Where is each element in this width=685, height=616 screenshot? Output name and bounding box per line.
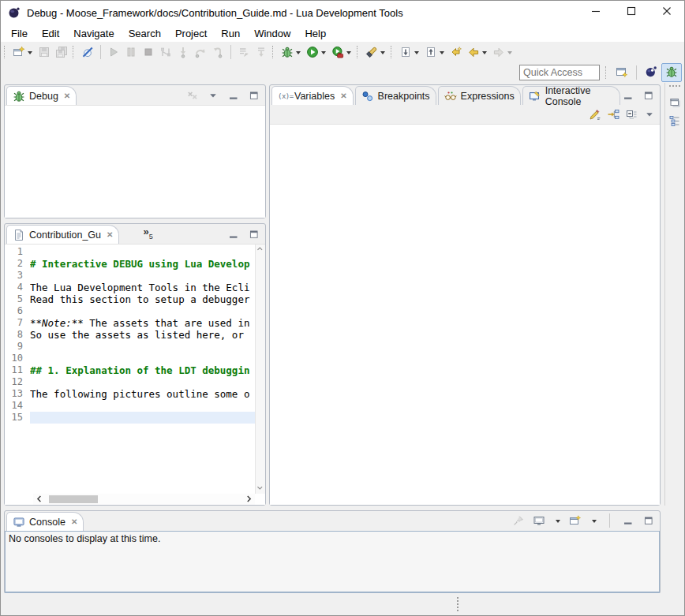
- close-tab-icon[interactable]: ✕: [107, 230, 113, 239]
- back-icon: [467, 46, 480, 58]
- use-step-filters-button[interactable]: [235, 43, 253, 62]
- debug-icon: [281, 46, 294, 58]
- tab-debug[interactable]: Debug✕: [6, 86, 77, 105]
- debug-perspective-button[interactable]: [661, 63, 682, 82]
- dropdown-arrow-icon: [414, 51, 419, 57]
- close-tab-icon[interactable]: ✕: [64, 91, 70, 100]
- scroll-up-icon[interactable]: [256, 245, 265, 255]
- debug-button[interactable]: [279, 43, 304, 62]
- toolbar-separator: [357, 46, 361, 58]
- step-return-button[interactable]: [209, 43, 226, 62]
- step-into-button[interactable]: [174, 43, 192, 62]
- tab-breakpoints[interactable]: Breakpoints: [355, 86, 436, 105]
- run-external-tools-button[interactable]: [329, 43, 354, 62]
- search-button[interactable]: [363, 43, 388, 62]
- code-text: [30, 305, 255, 317]
- menu-file[interactable]: File: [4, 26, 35, 41]
- remove-all-terminated-button[interactable]: [186, 89, 199, 102]
- forward-button[interactable]: [490, 43, 515, 62]
- terminate-button[interactable]: [140, 43, 157, 62]
- menu-navigate[interactable]: Navigate: [66, 26, 121, 41]
- menu-window[interactable]: Window: [247, 26, 298, 41]
- menu-run[interactable]: Run: [214, 26, 247, 41]
- console-message: No consoles to display at this time.: [6, 532, 659, 546]
- toolbar-separator: [73, 46, 77, 58]
- show-logical-structures-button[interactable]: [607, 108, 619, 121]
- line-number: 9: [5, 341, 30, 353]
- scroll-down-icon[interactable]: [256, 483, 265, 494]
- menu-search[interactable]: Search: [122, 26, 168, 41]
- window-title: Debug - Moose_Framework/docs/Contributio…: [27, 7, 403, 19]
- close-tab-icon[interactable]: ✕: [340, 91, 346, 100]
- editor-tab-overflow[interactable]: »5: [143, 228, 152, 241]
- status-bar: [1, 593, 684, 615]
- show-type-names-button[interactable]: [589, 108, 601, 121]
- menu-help[interactable]: Help: [298, 26, 333, 41]
- menu-edit[interactable]: Edit: [35, 26, 66, 41]
- editor-panel: Contribution_Gu✕»5 12# Interactive DEBUG…: [4, 223, 266, 506]
- open-console-button[interactable]: [569, 514, 582, 527]
- horizontal-scroll-thumb[interactable]: [49, 495, 98, 503]
- view-menu-button[interactable]: [643, 108, 656, 121]
- suspend-button[interactable]: [122, 43, 140, 62]
- maximize-view-button[interactable]: [248, 89, 260, 102]
- breakpoints-tab-icon: [361, 90, 374, 103]
- editor-text-area[interactable]: 12# Interactive DEBUG using Lua Develop3…: [5, 246, 255, 494]
- quick-access-input[interactable]: [519, 65, 600, 80]
- run-button[interactable]: [304, 43, 329, 62]
- editor-line: 5Read this section to setup a debugger: [5, 293, 255, 305]
- forward-icon: [492, 46, 505, 58]
- previous-annotation-button[interactable]: [422, 43, 447, 62]
- menu-project[interactable]: Project: [168, 26, 214, 41]
- view-menu-button[interactable]: [207, 89, 219, 102]
- step-over-button[interactable]: [192, 43, 209, 62]
- next-annotation-button[interactable]: [397, 43, 422, 62]
- drop-to-frame-icon: [255, 46, 268, 58]
- pin-console-button[interactable]: [512, 514, 525, 527]
- tab-contribution-gu[interactable]: Contribution_Gu✕: [6, 225, 119, 244]
- editor-horizontal-scrollbar[interactable]: [33, 494, 255, 505]
- minimize-view-button[interactable]: [622, 89, 634, 102]
- drop-to-frame-button[interactable]: [253, 43, 270, 62]
- tab-variables[interactable]: (x)=Variables✕: [271, 86, 354, 105]
- back-button[interactable]: [465, 43, 490, 62]
- dropdown-arrow-icon: [380, 51, 385, 57]
- outline-view-button[interactable]: [668, 114, 681, 127]
- window-minimize-button[interactable]: [578, 1, 613, 24]
- status-drag-handle[interactable]: [457, 597, 459, 611]
- toolbar-separator: [605, 66, 609, 79]
- maximize-view-button[interactable]: [642, 514, 655, 527]
- tab-interactive-console[interactable]: Interactive Console: [522, 86, 620, 105]
- restore-view-button[interactable]: [668, 95, 681, 108]
- minimize-view-button[interactable]: [622, 514, 634, 527]
- open-perspective-button[interactable]: [612, 63, 632, 82]
- save-button[interactable]: [36, 43, 53, 62]
- minimized-views-rail: [664, 83, 684, 506]
- new-wizard-button[interactable]: [10, 43, 36, 62]
- disconnect-button[interactable]: [157, 43, 174, 62]
- close-tab-icon[interactable]: ✕: [71, 517, 77, 526]
- line-number: 11: [5, 364, 30, 376]
- collapse-all-button[interactable]: [625, 108, 638, 121]
- save-all-button[interactable]: [53, 43, 70, 62]
- scroll-left-icon[interactable]: [33, 494, 46, 505]
- minimize-view-button[interactable]: [227, 228, 240, 241]
- suspend-icon: [125, 46, 137, 58]
- skip-all-breakpoints-button[interactable]: [79, 43, 96, 62]
- resume-button[interactable]: [105, 43, 122, 62]
- toolbar-separator: [609, 513, 610, 528]
- editor-vertical-scrollbar[interactable]: [255, 245, 265, 494]
- window-close-button[interactable]: [649, 1, 684, 24]
- tab-expressions[interactable]: Expressions: [438, 86, 521, 105]
- minimize-view-button[interactable]: [227, 89, 240, 102]
- last-edit-location-button[interactable]: [447, 43, 465, 62]
- tab-console[interactable]: Console✕: [6, 512, 84, 531]
- window-maximize-button[interactable]: [613, 1, 649, 24]
- scroll-right-icon[interactable]: [242, 494, 255, 505]
- rail-drag-handle[interactable]: [669, 85, 680, 89]
- maximize-view-button[interactable]: [248, 228, 260, 241]
- lua-perspective-button[interactable]: [641, 63, 661, 82]
- maximize-view-button[interactable]: [642, 89, 655, 102]
- skip-all-breakpoints-icon: [81, 46, 94, 58]
- display-selected-console-button[interactable]: [533, 514, 545, 527]
